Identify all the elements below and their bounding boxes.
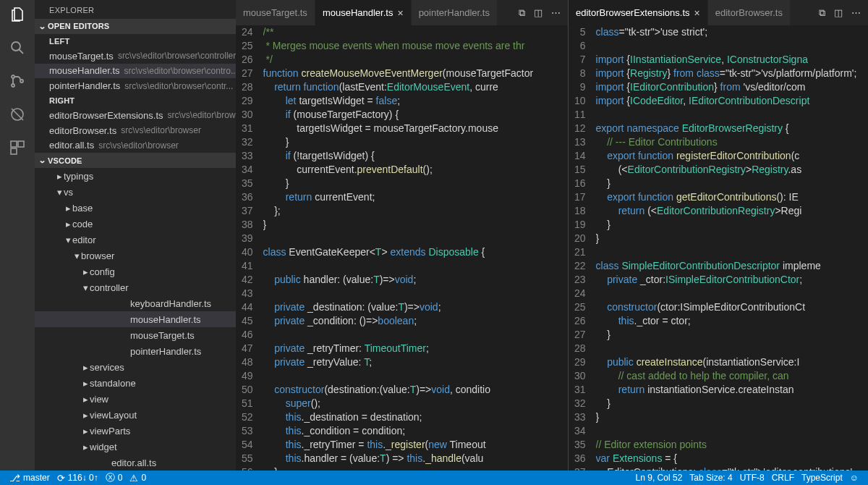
tab[interactable]: pointerHandler.ts bbox=[412, 0, 498, 25]
group-right-label: RIGHT bbox=[35, 93, 236, 108]
code-editor[interactable]: 5678910111213141516171819202122232425262… bbox=[569, 25, 868, 471]
tab[interactable]: mouseHandler.ts× bbox=[315, 0, 412, 25]
open-file[interactable]: editorBrowserExtensions.tssrc\vs\editor\… bbox=[35, 108, 236, 123]
svg-rect-9 bbox=[11, 148, 17, 154]
debug-icon[interactable] bbox=[9, 106, 26, 123]
open-file[interactable]: editorBrowser.tssrc\vs\editor\browser bbox=[35, 123, 236, 138]
tab[interactable]: mouseTarget.ts bbox=[236, 0, 315, 25]
tree-folder[interactable]: ▸view bbox=[35, 391, 236, 407]
language-mode[interactable]: TypeScript bbox=[798, 473, 846, 483]
tree-folder[interactable]: ▾browser bbox=[35, 248, 236, 263]
svg-point-4 bbox=[20, 80, 23, 83]
close-icon[interactable]: × bbox=[397, 7, 403, 19]
svg-point-2 bbox=[12, 75, 14, 78]
editor-group-right: editorBrowserExtensions.ts× editorBrowse… bbox=[569, 0, 868, 471]
tree-folder[interactable]: ▾editor bbox=[35, 232, 236, 248]
git-icon[interactable] bbox=[9, 72, 26, 90]
chevron-down-icon: ⌄ bbox=[37, 156, 49, 165]
workbench: EXPLORER ⌄ OPEN EDITORS LEFT mouseTarget… bbox=[0, 0, 868, 471]
errors[interactable]: ⓧ0 bbox=[102, 471, 127, 485]
copy-path-icon[interactable]: ⧉ bbox=[819, 7, 825, 19]
tree-folder[interactable]: ▸viewLayout bbox=[35, 407, 236, 423]
eol[interactable]: CRLF bbox=[768, 473, 798, 483]
open-file[interactable]: pointerHandler.tssrc\vs\editor\browser\c… bbox=[35, 78, 236, 93]
split-editor-icon[interactable]: ◫ bbox=[534, 7, 542, 19]
close-icon[interactable]: × bbox=[694, 7, 700, 19]
tree-folder[interactable]: ▸typings bbox=[35, 168, 236, 184]
svg-point-3 bbox=[12, 84, 14, 87]
copy-path-icon[interactable]: ⧉ bbox=[519, 7, 525, 19]
warning-icon: ⚠ bbox=[129, 473, 138, 484]
more-icon[interactable]: ⋯ bbox=[551, 7, 561, 19]
tree-file[interactable]: mouseHandler.ts bbox=[35, 311, 236, 327]
tab-bar: mouseTarget.ts mouseHandler.ts× pointerH… bbox=[236, 0, 568, 25]
svg-point-0 bbox=[12, 42, 20, 51]
section-open-editors[interactable]: ⌄ OPEN EDITORS bbox=[35, 19, 236, 34]
git-sync[interactable]: ⟳116↓ 0↑ bbox=[54, 471, 102, 485]
cursor-position[interactable]: Ln 9, Col 52 bbox=[632, 473, 686, 483]
sidebar-title: EXPLORER bbox=[35, 0, 236, 19]
tree-folder[interactable]: ▸widget bbox=[35, 439, 236, 455]
split-editor-icon[interactable]: ◫ bbox=[834, 7, 843, 19]
branch-icon: ⎇ bbox=[9, 473, 20, 484]
section-label: VSCODE bbox=[48, 156, 82, 165]
svg-rect-8 bbox=[18, 141, 24, 147]
tree-folder[interactable]: ▸base bbox=[35, 200, 236, 216]
extensions-icon[interactable] bbox=[9, 139, 26, 156]
code-lines[interactable]: class="tk-str">'use strict';import {IIns… bbox=[596, 25, 868, 471]
svg-line-1 bbox=[20, 50, 24, 54]
tree-file[interactable]: editor.all.ts bbox=[35, 455, 236, 471]
tree-folder[interactable]: ▾vs bbox=[35, 184, 236, 200]
open-file[interactable]: editor.all.tssrc\vs\editor\browser bbox=[35, 138, 236, 153]
open-file[interactable]: mouseTarget.tssrc\vs\editor\browser\cont… bbox=[35, 48, 236, 64]
tab[interactable]: editorBrowser.ts bbox=[708, 0, 791, 25]
warnings[interactable]: ⚠0 bbox=[126, 471, 150, 485]
files-icon[interactable] bbox=[9, 6, 26, 23]
file-tree: ▸typings ▾vs ▸base ▸code ▾editor ▾browse… bbox=[35, 168, 236, 471]
tree-folder[interactable]: ▸standalone bbox=[35, 375, 236, 391]
tree-file[interactable]: pointerHandler.ts bbox=[35, 343, 236, 359]
feedback-icon[interactable]: ☺ bbox=[846, 473, 862, 483]
search-icon[interactable] bbox=[9, 39, 26, 56]
svg-rect-7 bbox=[11, 141, 17, 147]
tab-bar: editorBrowserExtensions.ts× editorBrowse… bbox=[569, 0, 868, 25]
group-left-label: LEFT bbox=[35, 34, 236, 48]
chevron-down-icon: ⌄ bbox=[37, 22, 49, 31]
line-gutter: 5678910111213141516171819202122232425262… bbox=[569, 25, 596, 471]
code-editor[interactable]: 2425262728293031323334353637383940414243… bbox=[236, 25, 568, 471]
tab[interactable]: editorBrowserExtensions.ts× bbox=[569, 0, 708, 25]
tree-file[interactable]: keyboardHandler.ts bbox=[35, 295, 236, 311]
tree-folder[interactable]: ▾controller bbox=[35, 279, 236, 295]
tree-folder[interactable]: ▸viewParts bbox=[35, 423, 236, 439]
editor-area: mouseTarget.ts mouseHandler.ts× pointerH… bbox=[236, 0, 868, 471]
tab-size[interactable]: Tab Size: 4 bbox=[686, 473, 736, 483]
sync-icon: ⟳ bbox=[57, 473, 65, 484]
section-vscode[interactable]: ⌄ VSCODE bbox=[35, 153, 236, 168]
tree-file[interactable]: mouseTarget.ts bbox=[35, 327, 236, 343]
more-icon[interactable]: ⋯ bbox=[851, 7, 861, 19]
error-icon: ⓧ bbox=[106, 471, 115, 484]
tree-folder[interactable]: ▸services bbox=[35, 359, 236, 375]
tree-folder[interactable]: ▸code bbox=[35, 216, 236, 232]
encoding[interactable]: UTF-8 bbox=[736, 473, 768, 483]
editor-group-left: mouseTarget.ts mouseHandler.ts× pointerH… bbox=[236, 0, 569, 471]
section-label: OPEN EDITORS bbox=[48, 22, 109, 30]
sidebar: EXPLORER ⌄ OPEN EDITORS LEFT mouseTarget… bbox=[35, 0, 236, 471]
activity-bar bbox=[0, 0, 35, 471]
tree-folder[interactable]: ▸config bbox=[35, 263, 236, 279]
line-gutter: 2425262728293031323334353637383940414243… bbox=[236, 25, 263, 471]
status-bar: ⎇master ⟳116↓ 0↑ ⓧ0 ⚠0 Ln 9, Col 52 Tab … bbox=[0, 471, 868, 485]
git-branch[interactable]: ⎇master bbox=[6, 471, 54, 485]
code-lines[interactable]: /** * Merges mouse events when mouse mov… bbox=[263, 25, 568, 471]
open-file[interactable]: mouseHandler.tssrc\vs\editor\browser\con… bbox=[35, 64, 236, 79]
